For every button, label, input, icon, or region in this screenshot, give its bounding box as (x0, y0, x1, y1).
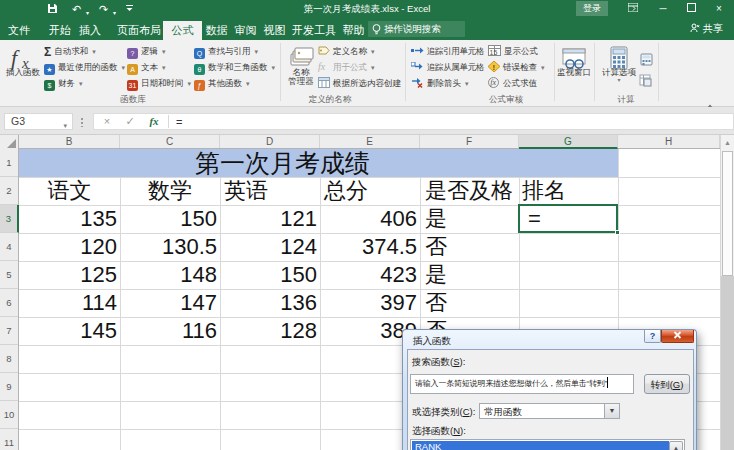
row-header-2[interactable]: 2 (0, 177, 18, 205)
name-box[interactable]: G3 ▾ (4, 113, 73, 130)
date-time-button[interactable]: 31日期和时间▾ (127, 76, 191, 91)
name-manager-button[interactable]: 名称管理器 (282, 44, 320, 86)
column-header-B[interactable]: B (19, 135, 120, 148)
function-list-selected-item[interactable]: RANK (412, 441, 671, 450)
calculate-sheet-button[interactable] (639, 73, 653, 86)
row-header-7[interactable]: 7 (0, 317, 18, 345)
minimize-button[interactable]: ─ (655, 2, 671, 16)
cell[interactable]: 120 (19, 233, 120, 261)
header-cell[interactable]: 数学 (120, 177, 220, 205)
close-button[interactable]: × (711, 2, 727, 16)
cell[interactable]: 374.5 (320, 233, 420, 261)
cell[interactable]: 148 (120, 261, 220, 289)
column-header-H[interactable]: H (618, 135, 720, 148)
cell[interactable]: 128 (220, 317, 320, 345)
calculate-now-button[interactable] (640, 52, 654, 65)
vertical-scrollbar[interactable]: ▲ (720, 135, 734, 450)
cell[interactable]: 是 (420, 205, 519, 233)
header-cell[interactable]: 排名 (519, 177, 618, 205)
math-trig-button[interactable]: θ数学和三角函数▾ (194, 60, 275, 75)
row-header-9[interactable]: 9 (0, 373, 18, 401)
lookup-reference-button[interactable]: Q查找与引用▾ (194, 44, 258, 59)
list-scroll-up-icon[interactable]: ▲ (669, 441, 683, 450)
cell[interactable]: 150 (120, 205, 220, 233)
column-header-G[interactable]: G (519, 135, 618, 149)
cell[interactable]: 否 (420, 289, 519, 317)
cell[interactable]: 406 (320, 205, 420, 233)
row-header-3[interactable]: 3 (0, 205, 19, 233)
row-header-4[interactable]: 4 (0, 233, 18, 261)
column-header-D[interactable]: D (220, 135, 320, 148)
tab-page-layout[interactable]: 页面布局 (112, 21, 166, 40)
cell[interactable]: 否 (420, 233, 519, 261)
cell[interactable]: 150 (220, 261, 320, 289)
tab-formulas[interactable]: 公式 (163, 21, 202, 40)
function-list-scrollbar[interactable]: ▲ (669, 441, 683, 450)
more-functions-button[interactable]: ƒ其他函数▾ (194, 76, 250, 91)
active-cell-value[interactable]: = (528, 205, 617, 233)
cancel-icon[interactable]: × (100, 114, 114, 129)
evaluate-formula-button[interactable]: fx公式求值 (488, 76, 537, 91)
cell[interactable]: 116 (120, 317, 220, 345)
logical-button[interactable]: ?逻辑▾ (127, 44, 166, 59)
scroll-up-icon[interactable]: ▲ (721, 135, 734, 150)
row-header-10[interactable]: 10 (0, 401, 18, 429)
cell[interactable]: 135 (19, 205, 120, 233)
formula-bar-grip[interactable] (81, 117, 83, 127)
cell[interactable]: 121 (220, 205, 320, 233)
column-header-C[interactable]: C (120, 135, 220, 148)
watch-window-button[interactable]: 监视窗口 (556, 44, 592, 77)
header-cell[interactable]: 总分 (320, 177, 420, 205)
scrollbar-track[interactable] (721, 276, 734, 450)
sign-in-button[interactable]: 登录 (576, 1, 608, 16)
row-header-6[interactable]: 6 (0, 289, 18, 317)
tab-home[interactable]: 开始 (47, 21, 73, 40)
row-header-8[interactable]: 8 (0, 345, 18, 373)
share-button[interactable]: 共享 (690, 21, 723, 37)
error-checking-button[interactable]: !错误检查▾ (488, 60, 545, 75)
tab-developer[interactable]: 开发工具 (290, 21, 338, 40)
tab-data[interactable]: 数据 (204, 21, 229, 40)
tab-help[interactable]: 帮助 (341, 21, 366, 40)
column-header-F[interactable]: F (420, 135, 519, 148)
category-select[interactable]: 常用函数 ▼ (479, 403, 620, 419)
calculation-options-button[interactable]: 计算选项▾ (597, 44, 641, 83)
ribbon-display-options-icon[interactable] (625, 2, 641, 16)
function-list[interactable]: RANK ▲ (410, 439, 685, 450)
row-header-5[interactable]: 5 (0, 261, 18, 289)
go-button[interactable]: 转到(G) (644, 374, 690, 394)
tab-file[interactable]: 文件 (0, 21, 38, 40)
formula-input[interactable]: = (176, 115, 182, 129)
cell[interactable]: 125 (19, 261, 120, 289)
trace-dependents-button[interactable]: 追踪从属单元格 (411, 60, 484, 75)
remove-arrows-button[interactable]: 删除箭头▾ (411, 76, 469, 91)
enter-icon[interactable]: ✓ (123, 114, 137, 129)
tell-me-search[interactable]: 操作说明搜索 (368, 21, 465, 37)
cell[interactable]: 130.5 (120, 233, 220, 261)
row-header-11[interactable]: 11 (0, 429, 18, 450)
search-function-input[interactable]: 请输入一条简短说明来描述您想做什么，然后单击“转到” (410, 374, 634, 394)
cell[interactable]: 114 (19, 289, 120, 317)
tab-review[interactable]: 审阅 (233, 21, 258, 40)
scrollbar-thumb[interactable] (722, 151, 733, 276)
dialog-help-button[interactable]: ? (644, 330, 661, 343)
select-all-corner[interactable] (0, 135, 19, 149)
name-box-dropdown-icon[interactable]: ▾ (63, 118, 67, 133)
text-button[interactable]: A文本▾ (127, 60, 166, 75)
cell[interactable]: 145 (19, 317, 120, 345)
financial-button[interactable]: $财务▾ (44, 76, 83, 91)
maximize-button[interactable] (683, 2, 699, 16)
cell[interactable]: 147 (120, 289, 220, 317)
dialog-close-button[interactable] (661, 330, 694, 343)
tab-view[interactable]: 视图 (262, 21, 287, 40)
insert-function-icon[interactable]: fx (147, 114, 161, 129)
define-name-button[interactable]: 定义名称▾ (318, 44, 375, 59)
trace-precedents-button[interactable]: 追踪引用单元格 (411, 44, 484, 59)
cell[interactable]: 423 (320, 261, 420, 289)
autosum-button[interactable]: Σ自动求和▾ (44, 44, 96, 59)
cell[interactable]: 是 (420, 261, 519, 289)
cell[interactable]: 397 (320, 289, 420, 317)
column-header-E[interactable]: E (320, 135, 420, 148)
recent-functions-button[interactable]: ★最近使用的函数▾ (44, 60, 125, 75)
insert-function-button[interactable]: fx插入函数 (4, 44, 42, 77)
